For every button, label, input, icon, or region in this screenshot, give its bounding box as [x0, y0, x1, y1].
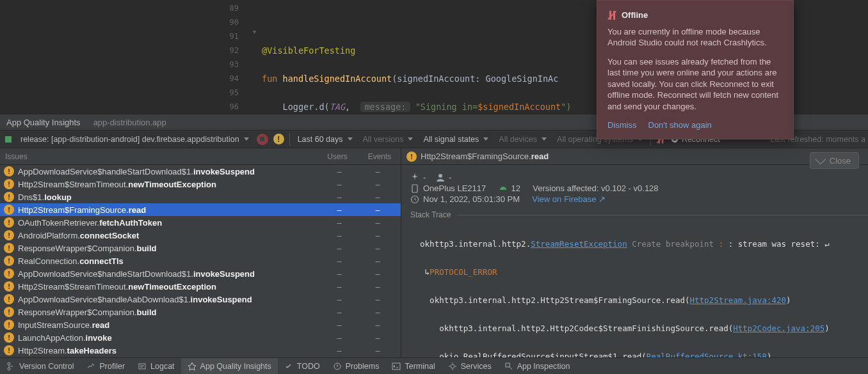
- warning-icon: !: [4, 307, 14, 317]
- issues-column-header[interactable]: Issues: [0, 152, 316, 161]
- fold-icon[interactable]: ▾: [253, 28, 256, 35]
- warning-icon: !: [4, 179, 14, 189]
- view-on-firebase-link[interactable]: View on Firebase ↗: [532, 194, 606, 204]
- warning-icon[interactable]: !: [273, 134, 284, 144]
- issue-row[interactable]: !AppDownloadService$handleStartDownload$…: [0, 267, 401, 280]
- issue-row[interactable]: !AppDownloadService$handleStartDownload$…: [0, 165, 401, 178]
- issue-row[interactable]: !AppDownloadService$handleAabDownload$1.…: [0, 293, 401, 306]
- warning-icon: !: [4, 230, 14, 240]
- popup-message-2: You can see issues already fetched from …: [607, 56, 783, 113]
- close-button: Close: [810, 152, 859, 169]
- warning-icon: !: [4, 345, 14, 355]
- tool-window-app: app-distribution.app: [87, 118, 173, 127]
- versions-dropdown[interactable]: All versions: [360, 135, 416, 144]
- signal-dropdown[interactable]: All signal states: [421, 135, 491, 144]
- devices-dropdown[interactable]: All devices: [496, 135, 549, 144]
- warning-icon: !: [4, 269, 14, 279]
- spark-icon: [410, 173, 419, 182]
- stack-trace[interactable]: okhttp3.internal.http2.StreamResetExcept…: [410, 223, 868, 357]
- svg-point-1: [438, 174, 442, 178]
- svg-rect-6: [139, 364, 145, 369]
- tab-version-control[interactable]: Version Control: [0, 358, 80, 374]
- warning-icon: !: [4, 294, 14, 304]
- issue-row[interactable]: !ResponseWrapper$Companion.build––: [0, 242, 401, 254]
- issue-row[interactable]: !Http2Stream$StreamTimeout.newTimeoutExc…: [0, 178, 401, 191]
- device-row: OnePlus LE2117 12 Versions affected: v0.…: [410, 183, 868, 193]
- tab-terminal[interactable]: Terminal: [385, 358, 441, 374]
- time-row: Nov 1, 2022, 05:01:30 PM View on Firebas…: [410, 194, 868, 204]
- issue-row[interactable]: !RealConnection.connectTls––: [0, 254, 401, 267]
- issue-row[interactable]: !LaunchAppAction.invoke––: [0, 331, 401, 344]
- tab-app-quality-insights[interactable]: App Quality Insights: [181, 358, 278, 374]
- svg-point-5: [8, 368, 10, 370]
- users-column-header[interactable]: Users: [316, 152, 358, 161]
- bottom-toolbar: Version Control Profiler Logcat App Qual…: [0, 357, 868, 374]
- issue-row[interactable]: !Http2Stream$StreamTimeout.newTimeoutExc…: [0, 280, 401, 293]
- tool-window-title: App Quality Insights: [0, 118, 87, 127]
- svg-rect-0: [5, 136, 12, 143]
- svg-point-4: [8, 362, 10, 365]
- issue-row[interactable]: !Http2Stream$FramingSource.read––: [0, 203, 401, 216]
- warning-icon: !: [4, 256, 14, 266]
- tab-problems[interactable]: Problems: [326, 358, 386, 374]
- tab-todo[interactable]: TODO: [278, 358, 326, 374]
- events-column-header[interactable]: Events: [358, 152, 401, 161]
- svg-rect-8: [392, 363, 400, 370]
- warning-icon: !: [4, 166, 14, 176]
- stop-button[interactable]: [257, 134, 268, 145]
- warning-icon: !: [4, 281, 14, 292]
- issue-row[interactable]: !OAuthTokenRetriever.fetchAuthToken––: [0, 216, 401, 229]
- tab-logcat[interactable]: Logcat: [131, 358, 181, 374]
- check-icon: [815, 153, 826, 164]
- warning-icon: !: [4, 192, 14, 202]
- svg-point-9: [451, 364, 454, 368]
- user-icon: [436, 173, 445, 182]
- time-range-dropdown[interactable]: Last 60 days: [295, 135, 355, 144]
- issue-row[interactable]: !Dns$1.lookup––: [0, 191, 401, 203]
- warning-icon: !: [4, 243, 14, 253]
- warning-icon: !: [406, 152, 417, 162]
- warning-icon: !: [4, 205, 14, 215]
- issue-row[interactable]: !Http2Stream.takeHeaders––: [0, 344, 401, 357]
- offline-icon: [607, 11, 616, 20]
- issue-row[interactable]: !InputStreamSource.read––: [0, 318, 401, 331]
- warning-icon: !: [4, 332, 14, 343]
- dont-show-again-link[interactable]: Don't show again: [648, 120, 712, 131]
- signal-row: - -: [410, 173, 868, 182]
- issue-row[interactable]: !AndroidPlatform.connectSocket––: [0, 229, 401, 242]
- issue-details-header: ! Http2Stream$FramingSource.read: [401, 148, 868, 165]
- issues-pane: Issues Users Events !AppDownloadService$…: [0, 148, 401, 357]
- module-dropdown[interactable]: release: [app-distribution-android] dev.…: [18, 135, 252, 144]
- phone-icon: [410, 184, 419, 193]
- warning-icon: !: [4, 217, 14, 228]
- android-icon: [499, 184, 508, 193]
- issue-details-pane: ! Http2Stream$FramingSource.read - - One…: [401, 148, 868, 357]
- warning-icon: !: [4, 320, 14, 330]
- popup-title: Offline: [622, 10, 648, 21]
- svg-rect-10: [506, 363, 510, 367]
- popup-message-1: You are currently in offline mode becaus…: [607, 26, 783, 49]
- offline-popup: Offline You are currently in offline mod…: [597, 0, 794, 139]
- tab-services[interactable]: Services: [442, 358, 498, 374]
- issue-row[interactable]: !ResponseWrapper$Companion.build––: [0, 306, 401, 318]
- module-icon: [4, 135, 13, 144]
- tab-app-inspection[interactable]: App Inspection: [498, 358, 577, 374]
- clock-icon: [410, 195, 419, 204]
- svg-rect-2: [412, 185, 417, 192]
- dismiss-link[interactable]: Dismiss: [607, 120, 637, 131]
- tab-profiler[interactable]: Profiler: [80, 358, 131, 374]
